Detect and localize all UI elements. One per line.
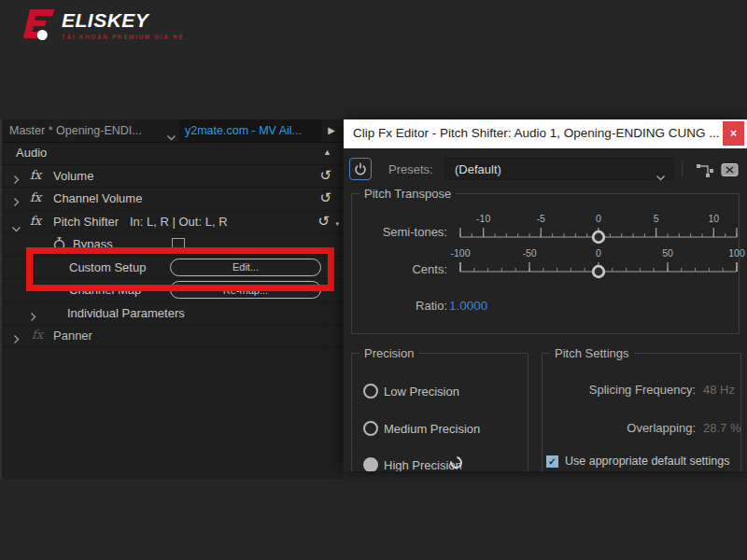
toolbar-separator [682,161,683,176]
radio-medium-precision[interactable] [363,421,378,436]
effect-name: Channel Volume [53,191,142,205]
close-icon[interactable]: × [723,121,744,146]
effect-io-label: In: L, R | Out: L, R [130,215,228,229]
presets-selected-value: (Default) [455,162,501,176]
svg-text:50: 50 [662,247,673,259]
svg-text:-100: -100 [450,247,470,259]
screenshot-root: ELISKEY TÀI KHOẢN PREMIUM GIÁ RẺ Master … [0,0,747,560]
tab-master-clip[interactable]: Master * Opening-ENDI... [9,124,142,137]
effect-row-pitch-shifter[interactable]: fx Pitch Shifter In: L, R | Out: L, R ↺ … [2,211,343,234]
effect-row-panner[interactable]: fx Panner [2,325,343,348]
chevron-down-icon [655,168,666,185]
logo-brand: ELISKEY [62,9,184,32]
svg-text:-50: -50 [522,247,536,259]
splicing-frequency-value: 48 Hz [703,383,735,397]
dialog-titlebar[interactable]: Clip Fx Editor - Pitch Shifter: Audio 1,… [344,119,747,148]
fx-icon: fx [32,328,43,342]
reset-effect-icon[interactable]: ↺ [319,167,331,184]
ratio-label: Ratio: [356,299,447,313]
tab-clip-y2mate[interactable]: y2mate.com - MV Ail... [185,124,302,137]
panel-tabbar: Master * Opening-ENDI... y2mate.com - MV… [2,119,343,143]
eliskey-logo-icon [22,9,58,43]
cents-label: Cents: [356,262,447,276]
eliskey-logo: ELISKEY TÀI KHOẢN PREMIUM GIÁ RẺ [26,9,184,43]
individual-parameters-label: Individual Parameters [67,306,185,320]
reset-caret-icon[interactable]: ▾ [335,220,339,228]
overlapping-value: 28.7 % [703,421,740,435]
dialog-title: Clip Fx Editor - Pitch Shifter: Audio 1,… [353,126,719,140]
low-precision-label: Low Precision [384,385,459,399]
close-editor-panel-icon[interactable] [721,162,739,181]
svg-text:5: 5 [654,213,659,224]
presets-label: Presets: [388,162,433,176]
audio-section-label: Audio [16,146,47,160]
pitch-transpose-group: Pitch Transpose Semi-tones: -10-50510 Ce… [351,193,740,334]
semi-tones-slider[interactable]: -10-50510 [453,212,744,244]
effect-name: Volume [53,169,93,183]
channel-routing-icon[interactable] [696,162,714,182]
collapse-up-icon[interactable]: ▲ [323,147,331,157]
use-default-settings-checkbox[interactable]: ✓ [546,455,558,468]
presets-dropdown[interactable]: (Default) [444,158,674,180]
checkmark-icon: ✓ [547,456,557,468]
effect-power-toggle[interactable] [349,158,372,180]
effect-row-channel-volume[interactable]: fx Channel Volume ↺ [2,188,343,211]
svg-text:-10: -10 [476,213,490,224]
radio-low-precision[interactable] [363,384,378,399]
precision-label: Precision [359,346,418,360]
svg-text:0: 0 [596,247,601,259]
use-default-settings-label: Use appropriate default settings [565,455,730,468]
semi-tones-label: Semi-tones: [356,225,447,239]
cents-slider[interactable]: -100-50050100 [453,246,744,278]
power-icon [354,162,367,175]
fx-icon: fx [30,214,41,228]
fx-icon: fx [30,190,41,204]
effect-name: Panner [53,329,92,343]
overlapping-label: Overlapping: [543,421,696,435]
effect-controls-panel: Master * Opening-ENDI... y2mate.com - MV… [0,119,343,479]
fx-icon: fx [30,168,41,182]
audio-section-row[interactable]: Audio ▲ [2,142,343,165]
effect-row-volume[interactable]: fx Volume ↺ [2,165,343,189]
svg-text:100: 100 [728,247,745,259]
individual-parameters-row[interactable]: Individual Parameters [2,302,343,326]
pitch-settings-group: Pitch Settings Splicing Frequency: 48 Hz… [542,353,741,471]
medium-precision-label: Medium Precision [384,422,480,436]
pitch-transpose-label: Pitch Transpose [359,187,456,201]
effect-name: Pitch Shifter [53,215,119,229]
svg-text:10: 10 [708,213,719,224]
chevron-right-icon[interactable] [13,194,20,211]
radio-high-precision[interactable] [363,457,378,471]
chevron-right-icon[interactable] [30,309,36,326]
chevron-right-icon[interactable] [13,331,20,348]
effect-rows: Audio ▲ fx Volume ↺ fx Channel Volume ↺ [2,142,343,348]
svg-text:0: 0 [596,213,601,224]
logo-text: ELISKEY TÀI KHOẢN PREMIUM GIÁ RẺ [62,9,184,43]
reset-effect-icon[interactable]: ↺ [319,189,331,206]
svg-text:-5: -5 [537,213,545,224]
logo-tagline: TÀI KHOẢN PREMIUM GIÁ RẺ [62,34,184,40]
pitch-settings-label: Pitch Settings [550,346,634,360]
panel-menu-arrow-icon[interactable]: ▶ [328,125,335,136]
reset-effect-icon[interactable]: ↺ [317,213,330,230]
annotation-highlight-rectangle [26,247,334,291]
chevron-right-icon[interactable] [13,172,20,189]
precision-group: Precision Low Precision Medium Precision… [351,353,529,471]
ratio-value[interactable]: 1.0000 [449,299,487,313]
clip-fx-editor-dialog: Clip Fx Editor - Pitch Shifter: Audio 1,… [344,119,747,471]
splicing-frequency-label: Splicing Frequency: [543,383,696,397]
